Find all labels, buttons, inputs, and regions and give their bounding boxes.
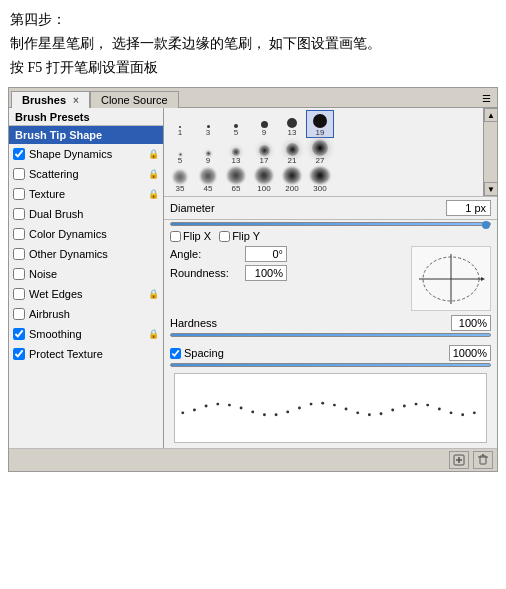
color-dynamics-checkbox[interactable]	[13, 228, 25, 240]
panel-footer	[9, 448, 497, 471]
other-dynamics-checkbox[interactable]	[13, 248, 25, 260]
hardness-row: Hardness 100%	[170, 315, 491, 331]
sidebar-item-wet-edges[interactable]: Wet Edges 🔒	[9, 284, 163, 304]
airbrush-checkbox[interactable]	[13, 308, 25, 320]
left-sidebar: Brush Presets Brush Tip Shape Shape Dyna…	[9, 108, 164, 448]
spacing-label: Spacing	[184, 347, 224, 359]
sidebar-item-shape-dynamics[interactable]: Shape Dynamics 🔒	[9, 144, 163, 164]
brush-cell-soft-27[interactable]: 27	[306, 138, 334, 166]
spacing-checkbox[interactable]	[170, 348, 181, 359]
diameter-slider-container[interactable]	[164, 220, 497, 228]
sidebar-item-dual-brush[interactable]: Dual Brush	[9, 204, 163, 224]
spacing-slider[interactable]	[170, 363, 491, 367]
svg-point-28	[461, 414, 464, 417]
scroll-up-icon[interactable]: ▲	[484, 108, 497, 122]
delete-brush-button[interactable]	[473, 451, 493, 469]
angle-diagram[interactable]	[411, 246, 491, 311]
brush-cell-soft-13[interactable]: 13	[222, 138, 250, 166]
roundness-value[interactable]: 100%	[245, 265, 287, 281]
brush-cell-100[interactable]: 100	[250, 166, 278, 194]
brush-cell-9[interactable]: 9	[250, 110, 278, 138]
dual-brush-checkbox[interactable]	[13, 208, 25, 220]
brush-cell-soft-5[interactable]: 5	[166, 138, 194, 166]
svg-point-7	[216, 403, 219, 406]
wet-edges-checkbox[interactable]	[13, 288, 25, 300]
sidebar-item-scattering[interactable]: Scattering 🔒	[9, 164, 163, 184]
tab-brushes[interactable]: Brushes ×	[11, 91, 90, 108]
sidebar-item-texture[interactable]: Texture 🔒	[9, 184, 163, 204]
flip-x-checkbox[interactable]	[170, 231, 181, 242]
delete-brush-icon	[477, 454, 489, 466]
sidebar-item-smoothing[interactable]: Smoothing 🔒	[9, 324, 163, 344]
scattering-checkbox[interactable]	[13, 168, 25, 180]
instruction-line2: 制作星星笔刷， 选择一款柔边缘的笔刷， 如下图设置画笔。	[10, 32, 496, 56]
scroll-down-icon[interactable]: ▼	[484, 182, 497, 196]
brush-row-2: 5 9 13 17	[166, 138, 495, 166]
tab-brushes-label: Brushes	[22, 94, 66, 106]
angle-value[interactable]: 0°	[245, 246, 287, 262]
brush-cell-300[interactable]: 300	[306, 166, 334, 194]
tab-close-icon[interactable]: ×	[73, 95, 79, 106]
brush-preview-svg	[175, 378, 486, 438]
diameter-slider-handle[interactable]	[482, 221, 490, 229]
noise-checkbox[interactable]	[13, 268, 25, 280]
svg-point-21	[380, 413, 383, 416]
svg-point-12	[275, 414, 278, 417]
brush-cell-45[interactable]: 45	[194, 166, 222, 194]
svg-point-9	[240, 407, 243, 410]
smoothing-label: Smoothing	[29, 328, 147, 340]
smoothing-lock-icon: 🔒	[147, 328, 159, 340]
shape-dynamics-checkbox[interactable]	[13, 148, 25, 160]
sidebar-item-protect-texture[interactable]: Protect Texture	[9, 344, 163, 364]
texture-label: Texture	[29, 188, 147, 200]
brush-cell-5[interactable]: 5	[222, 110, 250, 138]
brush-tip-shape-item[interactable]: Brush Tip Shape	[9, 126, 163, 144]
sidebar-item-noise[interactable]: Noise	[9, 264, 163, 284]
noise-label: Noise	[29, 268, 159, 280]
smoothing-checkbox[interactable]	[13, 328, 25, 340]
dual-brush-label: Dual Brush	[29, 208, 159, 220]
angle-diagram-svg	[413, 248, 489, 310]
shape-dynamics-lock-icon: 🔒	[147, 148, 159, 160]
scattering-lock-icon: 🔒	[147, 168, 159, 180]
svg-point-11	[263, 414, 266, 417]
brush-row-1: 1 3 5 9	[166, 110, 495, 138]
svg-point-17	[333, 404, 336, 407]
brush-cell-65[interactable]: 65	[222, 166, 250, 194]
brush-presets-label[interactable]: Brush Presets	[9, 108, 163, 126]
flip-y-item: Flip Y	[219, 230, 260, 242]
brush-cell-soft-9[interactable]: 9	[194, 138, 222, 166]
protect-texture-checkbox[interactable]	[13, 348, 25, 360]
sidebar-item-airbrush[interactable]: Airbrush	[9, 304, 163, 324]
flip-y-label: Flip Y	[232, 230, 260, 242]
diameter-label: Diameter	[170, 202, 446, 214]
hardness-value[interactable]: 100%	[451, 315, 491, 331]
diameter-value[interactable]: 1 px	[446, 200, 491, 216]
brush-cell-soft-21[interactable]: 21	[278, 138, 306, 166]
diameter-slider-track	[170, 222, 491, 226]
brush-cell-19[interactable]: 19	[306, 110, 334, 138]
brush-cell-1[interactable]: 1	[166, 110, 194, 138]
hardness-slider[interactable]	[170, 333, 491, 337]
hardness-label: Hardness	[170, 317, 451, 329]
brush-cell-35[interactable]: 35	[166, 166, 194, 194]
brush-cell-200[interactable]: 200	[278, 166, 306, 194]
spacing-section: Spacing 1000%	[164, 343, 497, 369]
new-brush-button[interactable]	[449, 451, 469, 469]
tab-clone-source[interactable]: Clone Source	[90, 91, 179, 108]
angle-label: Angle:	[170, 248, 245, 260]
svg-point-23	[403, 405, 406, 408]
spacing-value[interactable]: 1000%	[449, 345, 491, 361]
texture-checkbox[interactable]	[13, 188, 25, 200]
flip-y-checkbox[interactable]	[219, 231, 230, 242]
panel-menu-button[interactable]: ☰	[478, 92, 495, 105]
brush-cell-13[interactable]: 13	[278, 110, 306, 138]
svg-point-22	[391, 409, 394, 412]
angle-row: Angle: 0°	[170, 246, 403, 262]
brush-row-3: 35 45 65 100	[166, 166, 495, 194]
svg-point-4	[181, 412, 184, 415]
sidebar-item-color-dynamics[interactable]: Color Dynamics	[9, 224, 163, 244]
sidebar-item-other-dynamics[interactable]: Other Dynamics	[9, 244, 163, 264]
brush-cell-soft-17[interactable]: 17	[250, 138, 278, 166]
brush-cell-3[interactable]: 3	[194, 110, 222, 138]
